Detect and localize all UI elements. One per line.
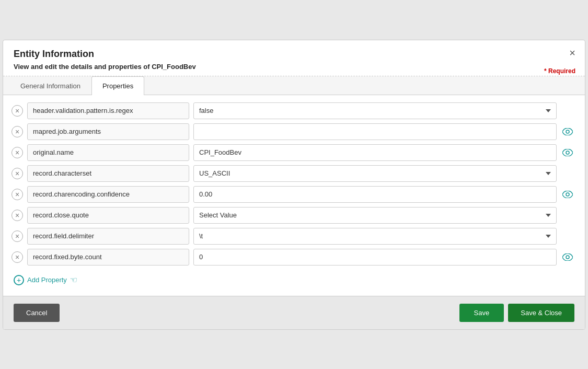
property-value-input[interactable] bbox=[193, 249, 557, 266]
save-button[interactable]: Save bbox=[459, 304, 504, 322]
property-key-input[interactable] bbox=[27, 102, 189, 119]
cursor-icon: ☞ bbox=[70, 275, 77, 285]
save-and-close-button[interactable]: Save & Close bbox=[508, 304, 574, 322]
svg-point-3 bbox=[566, 256, 569, 259]
footer-right-buttons: Save Save & Close bbox=[459, 304, 574, 322]
modal-subtitle: View and edit the details and properties… bbox=[14, 63, 574, 71]
property-row: ×Select Value"' bbox=[11, 207, 574, 224]
modal-title: Entity Information bbox=[14, 49, 574, 60]
remove-property-button[interactable]: × bbox=[11, 147, 23, 158]
eye-icon[interactable] bbox=[561, 253, 574, 261]
eye-icon[interactable] bbox=[561, 191, 574, 198]
property-value-select[interactable]: falsetrue bbox=[193, 102, 557, 119]
remove-property-button[interactable]: × bbox=[11, 210, 23, 221]
property-key-input[interactable] bbox=[27, 228, 189, 245]
entity-information-modal: Entity Information View and edit the det… bbox=[3, 40, 585, 330]
property-row: ×US_ASCIIUTF-8ISO-8859-1 bbox=[11, 165, 574, 182]
svg-point-0 bbox=[566, 130, 569, 133]
remove-property-button[interactable]: × bbox=[11, 105, 23, 117]
property-row: × bbox=[11, 249, 574, 266]
properties-list: ×falsetrue× × ×US_ASCIIUTF-8ISO-8859-1× … bbox=[11, 102, 577, 270]
add-property-button[interactable]: + Add Property ☞ bbox=[11, 272, 577, 289]
tab-bar: General Information Properties bbox=[3, 76, 585, 95]
property-key-input[interactable] bbox=[27, 165, 189, 182]
add-property-icon: + bbox=[14, 275, 24, 285]
svg-point-2 bbox=[566, 193, 569, 196]
cancel-button[interactable]: Cancel bbox=[14, 304, 60, 322]
property-key-input[interactable] bbox=[27, 144, 189, 161]
property-row: × bbox=[11, 186, 574, 203]
property-key-input[interactable] bbox=[27, 186, 189, 203]
property-row: ×falsetrue bbox=[11, 102, 574, 119]
remove-property-button[interactable]: × bbox=[11, 251, 23, 263]
property-key-input[interactable] bbox=[27, 249, 189, 266]
property-row: × bbox=[11, 123, 574, 140]
modal-header: Entity Information View and edit the det… bbox=[3, 40, 585, 76]
eye-icon[interactable] bbox=[561, 128, 574, 135]
remove-property-button[interactable]: × bbox=[11, 230, 23, 242]
property-key-input[interactable] bbox=[27, 123, 189, 140]
modal-footer: Cancel Save Save & Close bbox=[3, 296, 585, 329]
subtitle-prefix: View and edit the details and properties… bbox=[14, 63, 152, 71]
modal-overlay: Entity Information View and edit the det… bbox=[0, 0, 588, 369]
property-value-select[interactable]: Select Value"' bbox=[193, 207, 557, 224]
remove-property-button[interactable]: × bbox=[11, 126, 23, 137]
required-label: * Required bbox=[544, 67, 575, 75]
add-property-label: Add Property bbox=[27, 276, 67, 284]
modal-body: ×falsetrue× × ×US_ASCIIUTF-8ISO-8859-1× … bbox=[3, 95, 585, 296]
property-key-input[interactable] bbox=[27, 207, 189, 224]
eye-icon[interactable] bbox=[561, 149, 574, 156]
tab-properties[interactable]: Properties bbox=[91, 76, 144, 95]
tab-general-information[interactable]: General Information bbox=[9, 76, 91, 95]
close-button[interactable]: × bbox=[569, 48, 575, 58]
property-row: ×\t,|; bbox=[11, 228, 574, 245]
property-row: × bbox=[11, 144, 574, 161]
remove-property-button[interactable]: × bbox=[11, 168, 23, 179]
property-value-input[interactable] bbox=[193, 186, 557, 203]
entity-name: CPI_FoodBev bbox=[152, 63, 196, 71]
property-value-input[interactable] bbox=[193, 123, 557, 140]
remove-property-button[interactable]: × bbox=[11, 189, 23, 200]
property-value-select[interactable]: US_ASCIIUTF-8ISO-8859-1 bbox=[193, 165, 557, 182]
svg-point-1 bbox=[566, 151, 569, 154]
property-value-input[interactable] bbox=[193, 144, 557, 161]
property-value-select[interactable]: \t,|; bbox=[193, 228, 557, 245]
